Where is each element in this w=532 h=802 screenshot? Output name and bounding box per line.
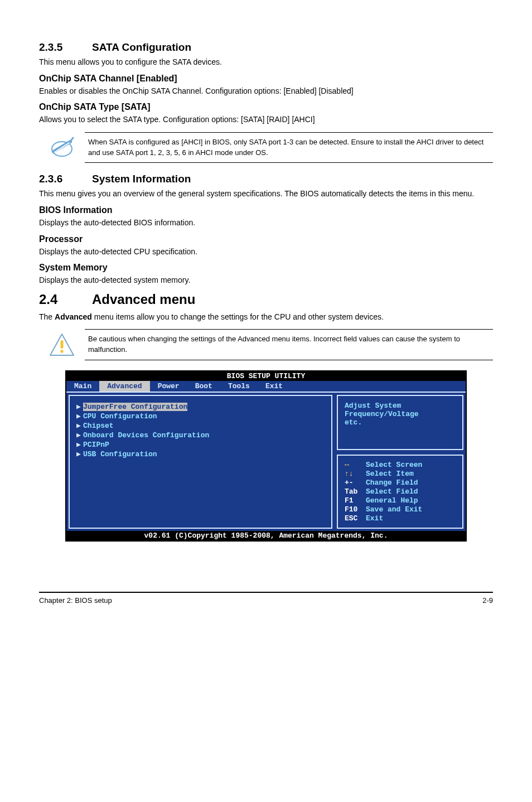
legend-key: ESC <box>345 514 366 523</box>
bios-tab[interactable]: Boot <box>187 381 220 392</box>
subheading: System Memory <box>39 263 493 273</box>
bios-help-line: Adjust System <box>345 402 456 410</box>
bios-tab[interactable]: Power <box>150 381 187 392</box>
paragraph: Enables or disables the OnChip SATA Chan… <box>39 86 493 97</box>
bios-menu-label: JumperFree Configuration <box>83 403 187 411</box>
note-text: When SATA is configured as [AHCI] in BIO… <box>85 132 493 163</box>
paragraph: Displays the auto-detected system memory… <box>39 275 493 286</box>
triangle-icon: ▶ <box>76 431 83 439</box>
legend-desc: Select Item <box>366 470 414 478</box>
bios-help-line: etc. <box>345 418 456 427</box>
triangle-icon: ▶ <box>76 402 83 411</box>
bios-legend-row: F1General Help <box>345 496 456 505</box>
bios-tab[interactable]: Main <box>66 381 99 392</box>
subheading: Processor <box>39 234 493 244</box>
legend-key: ↑↓ <box>345 470 366 478</box>
bios-tab[interactable]: Advanced <box>99 381 149 392</box>
legend-desc: Select Screen <box>366 461 422 469</box>
heading-num: 2.3.6 <box>39 173 92 185</box>
bios-legend-row: ESCExit <box>345 514 456 523</box>
heading-2-4: 2.4Advanced menu <box>39 292 493 307</box>
paragraph: Displays the auto-detected CPU specifica… <box>39 247 493 258</box>
legend-desc: Save and Exit <box>366 505 422 514</box>
heading-title: Advanced menu <box>92 292 195 307</box>
heading-2-3-6: 2.3.6System Information <box>39 173 493 185</box>
bios-legend-pane: ↔Select Screen↑↓Select Item+-Change Fiel… <box>337 455 463 529</box>
bios-menu-label: CPU Configuration <box>83 412 157 421</box>
caution-icon <box>39 333 85 356</box>
bios-help-line: Frequency/Voltage <box>345 410 456 418</box>
svg-point-2 <box>60 350 63 353</box>
bios-footer: v02.61 (C)Copyright 1985-2008, American … <box>66 531 466 540</box>
bios-help-pane: Adjust SystemFrequency/Voltageetc. <box>337 395 463 450</box>
bios-menu-item[interactable]: ▶Chipset <box>76 421 325 430</box>
bios-menu-pane: ▶JumperFree Configuration▶CPU Configurat… <box>69 395 332 529</box>
footer-right: 2-9 <box>482 596 493 605</box>
bios-screenshot: BIOS SETUP UTILITY MainAdvancedPowerBoot… <box>65 370 467 542</box>
text: menu items allow you to change the setti… <box>92 312 384 321</box>
bios-legend-row: ↔Select Screen <box>345 461 456 469</box>
note-icon <box>39 135 85 161</box>
paragraph: Displays the auto-detected BIOS informat… <box>39 218 493 229</box>
caution-callout: Be cautious when changing the settings o… <box>39 329 493 360</box>
legend-desc: General Help <box>366 496 418 505</box>
footer-left: Chapter 2: BIOS setup <box>39 596 112 605</box>
bios-legend-row: +-Change Field <box>345 479 456 487</box>
bios-title: BIOS SETUP UTILITY <box>66 371 466 381</box>
bios-tab-bar: MainAdvancedPowerBootToolsExit <box>66 381 466 392</box>
paragraph: The Advanced menu items allow you to cha… <box>39 312 493 323</box>
legend-desc: Exit <box>366 514 383 523</box>
heading-2-3-5: 2.3.5SATA Configuration <box>39 41 493 54</box>
triangle-icon: ▶ <box>76 412 83 421</box>
heading-title: SATA Configuration <box>92 41 191 53</box>
bios-menu-item[interactable]: ▶JumperFree Configuration <box>76 402 325 411</box>
subheading: OnChip SATA Type [SATA] <box>39 102 493 112</box>
caution-text: Be cautious when changing the settings o… <box>85 329 493 360</box>
paragraph: This menu allows you to configure the SA… <box>39 57 493 68</box>
heading-num: 2.4 <box>39 292 92 307</box>
bios-tab[interactable]: Tools <box>220 381 258 392</box>
legend-desc: Select Field <box>366 487 418 496</box>
triangle-icon: ▶ <box>76 450 83 458</box>
bios-tab[interactable]: Exit <box>258 381 291 392</box>
text: The <box>39 312 55 321</box>
bios-legend-row: ↑↓Select Item <box>345 470 456 478</box>
legend-key: ↔ <box>345 461 366 469</box>
legend-key: +- <box>345 479 366 487</box>
svg-rect-1 <box>61 340 64 349</box>
bios-menu-item[interactable]: ▶PCIPnP <box>76 440 325 449</box>
bios-menu-item[interactable]: ▶Onboard Devices Configuration <box>76 431 325 439</box>
triangle-icon: ▶ <box>76 440 83 449</box>
heading-title: System Information <box>92 173 191 185</box>
bios-menu-label: Chipset <box>83 422 114 430</box>
triangle-icon: ▶ <box>76 421 83 430</box>
heading-num: 2.3.5 <box>39 41 92 54</box>
page-footer: Chapter 2: BIOS setup 2-9 <box>39 592 493 605</box>
legend-key: F10 <box>345 505 366 514</box>
subheading: BIOS Information <box>39 205 493 215</box>
bios-menu-item[interactable]: ▶USB Configuration <box>76 450 325 458</box>
paragraph: Allows you to select the SATA type. Conf… <box>39 114 493 125</box>
legend-key: Tab <box>345 487 366 496</box>
bios-menu-label: Onboard Devices Configuration <box>83 431 209 439</box>
legend-key: F1 <box>345 496 366 505</box>
bios-legend-row: F10Save and Exit <box>345 505 456 514</box>
bios-legend-row: TabSelect Field <box>345 487 456 496</box>
bios-menu-label: PCIPnP <box>83 441 109 449</box>
note-callout: When SATA is configured as [AHCI] in BIO… <box>39 132 493 163</box>
bios-menu-item[interactable]: ▶CPU Configuration <box>76 412 325 421</box>
paragraph: This menu gives you an overview of the g… <box>39 189 493 200</box>
bios-menu-label: USB Configuration <box>83 450 157 458</box>
text-bold: Advanced <box>55 312 92 321</box>
subheading: OnChip SATA Channel [Enabled] <box>39 74 493 84</box>
legend-desc: Change Field <box>366 479 418 487</box>
